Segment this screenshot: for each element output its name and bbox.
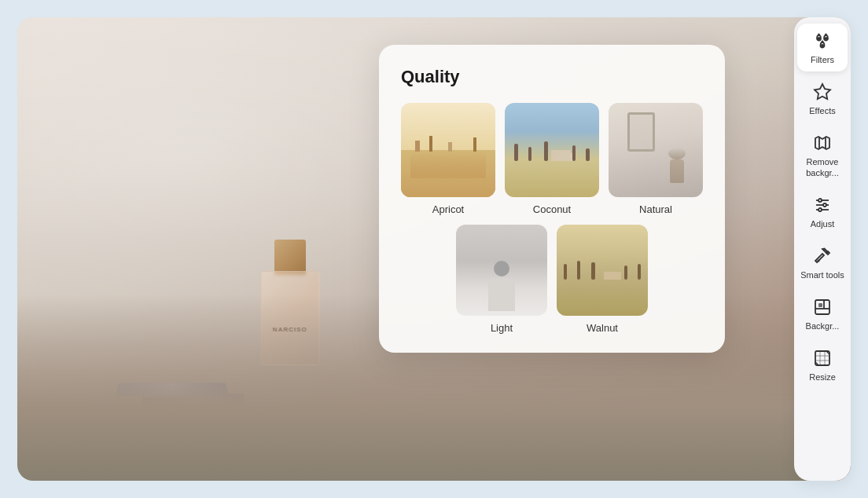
quality-title: Quality xyxy=(401,67,703,87)
background-icon xyxy=(811,296,833,318)
filter-item-natural[interactable]: Natural xyxy=(609,103,703,215)
quality-panel: Quality Apricot xyxy=(379,45,725,353)
sidebar-label-adjust: Adjust xyxy=(811,219,835,229)
filter-item-light[interactable]: Light xyxy=(456,225,547,334)
svg-rect-14 xyxy=(818,303,822,307)
filter-label-apricot: Apricot xyxy=(432,203,464,215)
main-container: NARCISO Quality xyxy=(17,17,851,481)
sidebar-item-smart-tools[interactable]: Smart tools xyxy=(797,239,848,287)
filter-thumb-walnut xyxy=(557,225,648,316)
effects-icon xyxy=(811,81,833,103)
sidebar-item-filters[interactable]: Filters xyxy=(797,24,848,71)
sidebar-label-background: Backgr... xyxy=(806,321,840,331)
remove-bg-icon xyxy=(811,132,833,154)
svg-marker-3 xyxy=(815,84,830,99)
svg-point-1 xyxy=(825,37,828,40)
filter-label-walnut: Walnut xyxy=(587,322,618,334)
filter-label-natural: Natural xyxy=(639,203,672,215)
filters-icon xyxy=(811,30,833,52)
sidebar-label-smart-tools: Smart tools xyxy=(800,270,844,280)
svg-point-11 xyxy=(818,208,822,211)
filter-item-apricot[interactable]: Apricot xyxy=(401,103,495,215)
sidebar-label-effects: Effects xyxy=(809,106,835,116)
sidebar-item-background[interactable]: Backgr... xyxy=(797,290,848,338)
filter-item-coconut[interactable]: Coconut xyxy=(505,103,599,215)
svg-point-2 xyxy=(821,44,824,47)
filter-label-light: Light xyxy=(491,322,513,334)
sidebar-item-effects[interactable]: Effects xyxy=(797,75,848,123)
svg-rect-13 xyxy=(815,300,829,314)
sidebar-label-resize: Resize xyxy=(809,372,836,383)
resize-icon xyxy=(811,347,833,369)
filter-item-walnut[interactable]: Walnut xyxy=(557,225,648,334)
sidebar-label-filters: Filters xyxy=(811,55,834,65)
sidebar: Filters Effects Remove backgr... xyxy=(794,17,851,481)
filter-label-coconut: Coconut xyxy=(533,203,571,215)
sidebar-item-resize[interactable]: Resize xyxy=(797,341,848,389)
sidebar-item-adjust[interactable]: Adjust xyxy=(797,188,848,236)
svg-point-0 xyxy=(818,37,821,40)
svg-point-12 xyxy=(818,259,820,262)
svg-point-9 xyxy=(818,199,822,202)
adjust-icon xyxy=(811,194,833,216)
svg-rect-17 xyxy=(815,351,829,365)
filter-thumb-light xyxy=(456,225,547,316)
sidebar-item-remove-bg[interactable]: Remove backgr... xyxy=(797,126,848,184)
filter-thumb-coconut xyxy=(505,103,599,197)
sidebar-label-remove-bg: Remove backgr... xyxy=(800,157,844,178)
smart-tools-icon xyxy=(811,245,833,267)
filters-grid-bottom: Light Walnut xyxy=(401,225,703,334)
filter-thumb-apricot xyxy=(401,103,495,197)
svg-point-10 xyxy=(823,203,826,207)
filters-grid-top: Apricot Coconut xyxy=(401,103,703,215)
filter-thumb-natural xyxy=(609,103,703,197)
